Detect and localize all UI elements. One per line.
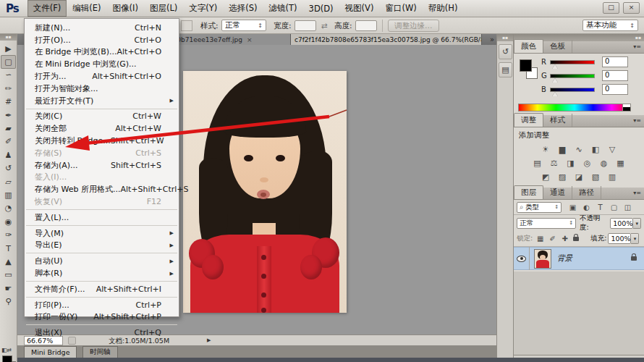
tab-overflow-icon[interactable]: » xyxy=(490,35,494,43)
foreground-color-swatch[interactable] xyxy=(2,355,12,362)
tab-styles[interactable]: 样式 xyxy=(543,114,572,127)
fill-input[interactable]: 100% xyxy=(608,233,631,244)
channel-slider-handle[interactable] xyxy=(552,64,558,69)
file-menu-item[interactable]: 导出(E)▶ xyxy=(25,240,179,252)
toolbar-grip[interactable]: ▪▪ xyxy=(0,34,17,41)
file-menu-item[interactable]: 打印(P)...Ctrl+P xyxy=(25,299,179,311)
lock-position-icon[interactable]: ✚ xyxy=(559,235,570,243)
maximize-button[interactable]: □ xyxy=(603,2,619,14)
file-menu-item[interactable]: 脚本(R)▶ xyxy=(25,267,179,279)
fill-dropdown-icon[interactable]: ▾ xyxy=(631,233,639,244)
menubar-item-5[interactable]: 选择(S) xyxy=(223,0,263,17)
menubar-item-10[interactable]: 帮助(H) xyxy=(423,0,464,17)
channel-mixer-icon[interactable]: ◍ xyxy=(598,158,610,168)
layer-filter-select[interactable]: ⌕ 类型 ↕ xyxy=(517,202,562,213)
quick-selection-tool[interactable]: ✏ xyxy=(1,82,16,95)
panel-menu-icon[interactable]: ▾≡ xyxy=(633,190,641,196)
panel-menu-icon[interactable]: ▾≡ xyxy=(633,117,641,124)
invert-icon[interactable]: ◩ xyxy=(540,172,551,182)
move-tool[interactable]: ▶ xyxy=(1,42,16,55)
workspace-select[interactable]: 基本功能 ↕ xyxy=(582,20,638,31)
menubar-item-2[interactable]: 图像(I) xyxy=(107,0,144,17)
file-menu-item[interactable]: 关闭全部Alt+Ctrl+W xyxy=(25,122,179,135)
channel-value-input[interactable]: 0 xyxy=(602,84,628,95)
blur-tool[interactable]: ◔ xyxy=(1,202,16,215)
menubar-item-0[interactable]: 文件(F) xyxy=(27,0,67,17)
file-menu-item[interactable]: 打开(O)...Ctrl+O xyxy=(25,34,179,46)
clone-stamp-tool[interactable]: ♟ xyxy=(1,148,16,161)
eyedropper-tool[interactable]: ✒ xyxy=(1,109,16,122)
threshold-icon[interactable]: ◪ xyxy=(573,172,585,182)
file-menu-item[interactable]: 最近打开文件(T)▶ xyxy=(25,95,179,107)
menubar-item-1[interactable]: 编辑(E) xyxy=(67,0,106,17)
file-menu-item[interactable]: 在 Mini Bridge 中浏览(G)... xyxy=(25,58,179,70)
brush-tool[interactable]: ✐ xyxy=(1,135,16,148)
hand-tool[interactable]: ☛ xyxy=(1,282,16,295)
channel-value-input[interactable]: 0 xyxy=(602,70,628,81)
layer-visibility-toggle[interactable] xyxy=(514,247,530,270)
lock-transparent-pixels-icon[interactable]: ▦ xyxy=(535,235,546,243)
tab-swatches[interactable]: 色板 xyxy=(543,40,572,53)
lock-all-icon[interactable] xyxy=(573,237,579,241)
spot-healing-brush-tool[interactable]: ▰ xyxy=(1,122,16,135)
file-menu-item[interactable]: 打印一份(Y)Alt+Shift+Ctrl+P xyxy=(25,311,179,324)
swap-colors-icon[interactable]: ◧⇄ xyxy=(1,347,12,353)
black-white-icon[interactable]: ◨ xyxy=(565,158,577,168)
file-menu-item[interactable]: 在 Bridge 中浏览(B)...Alt+Ctrl+O xyxy=(25,46,179,59)
file-menu-item[interactable]: 关闭(C)Ctrl+W xyxy=(25,111,179,123)
status-expand-icon[interactable]: ▶ xyxy=(207,337,211,343)
tab-mini-bridge[interactable]: Mini Bridge xyxy=(24,346,77,358)
vibrance-icon[interactable]: ▽ xyxy=(606,144,618,154)
panel-foreground-swatch[interactable] xyxy=(520,59,532,72)
file-menu-item[interactable]: 文件简介(F)...Alt+Shift+Ctrl+I xyxy=(25,283,179,295)
menubar-item-9[interactable]: 窗口(W) xyxy=(379,0,422,17)
hue-saturation-icon[interactable]: ▤ xyxy=(532,158,543,168)
tab-channels[interactable]: 通道 xyxy=(543,186,572,199)
levels-icon[interactable]: ▆ xyxy=(556,144,568,154)
tab-layers[interactable]: 图层 xyxy=(514,185,543,199)
layer-row-background[interactable]: 背景 xyxy=(514,247,644,270)
menubar-item-3[interactable]: 图层(L) xyxy=(144,0,183,17)
file-menu-item[interactable]: 打开为智能对象... xyxy=(25,83,179,95)
refine-edge-button[interactable]: 调整边缘… xyxy=(388,20,439,32)
properties-panel-icon[interactable]: ▤ xyxy=(499,62,512,77)
close-tab-icon[interactable]: × xyxy=(247,36,253,43)
file-menu-item[interactable]: 退出(X)Ctrl+Q xyxy=(25,327,179,339)
photo-filter-icon[interactable]: ◎ xyxy=(582,158,593,168)
tab-adjustments[interactable]: 调整 xyxy=(514,113,543,127)
opacity-input[interactable]: 100% xyxy=(610,218,633,229)
menubar-item-6[interactable]: 滤镜(T) xyxy=(263,0,303,17)
tab-paths[interactable]: 路径 xyxy=(572,186,601,199)
filter-type-layers-icon[interactable]: T xyxy=(595,203,606,211)
brightness-contrast-icon[interactable]: ☀ xyxy=(540,144,551,154)
tab-color[interactable]: 颜色 xyxy=(514,39,543,53)
spectrum-endcaps[interactable] xyxy=(622,104,631,111)
channel-value-input[interactable]: 0 xyxy=(602,56,628,67)
width-input[interactable] xyxy=(295,20,316,31)
menubar-item-4[interactable]: 文字(Y) xyxy=(183,0,223,17)
curves-icon[interactable]: ∿ xyxy=(573,144,585,154)
filter-shape-layers-icon[interactable]: ▢ xyxy=(609,203,619,211)
panel-menu-icon[interactable]: ▾≡ xyxy=(633,43,641,50)
posterize-icon[interactable]: ▨ xyxy=(556,172,568,182)
lock-image-pixels-icon[interactable]: ✐ xyxy=(547,235,558,243)
filter-adjustment-layers-icon[interactable]: ◐ xyxy=(581,203,592,211)
filter-pixel-layers-icon[interactable]: ▣ xyxy=(567,203,578,211)
file-menu-item[interactable]: 关闭并转到 Bridge...Shift+Ctrl+W xyxy=(25,135,179,147)
blend-mode-select[interactable]: 正常 ↕ xyxy=(517,218,576,229)
file-menu-item[interactable]: 存储为(A)...Shift+Ctrl+S xyxy=(25,159,179,172)
channel-slider[interactable] xyxy=(550,60,595,64)
type-tool[interactable]: T xyxy=(1,242,16,255)
dodge-tool[interactable]: ◉ xyxy=(1,215,16,228)
layer-thumbnail[interactable] xyxy=(534,249,551,269)
lasso-tool[interactable]: ∽ xyxy=(1,69,16,82)
menubar-item-8[interactable]: 视图(V) xyxy=(339,0,380,17)
close-button[interactable]: × xyxy=(623,2,640,14)
file-menu-item[interactable]: 打开为...Alt+Shift+Ctrl+O xyxy=(25,70,179,83)
file-menu-item[interactable]: 置入(L)... xyxy=(25,211,179,224)
history-brush-tool[interactable]: ↺ xyxy=(1,162,16,175)
color-lookup-icon[interactable]: ▦ xyxy=(615,158,627,168)
eraser-tool[interactable]: ▱ xyxy=(1,175,16,188)
channel-slider[interactable] xyxy=(550,74,595,78)
color-spectrum-ramp[interactable] xyxy=(518,104,631,111)
